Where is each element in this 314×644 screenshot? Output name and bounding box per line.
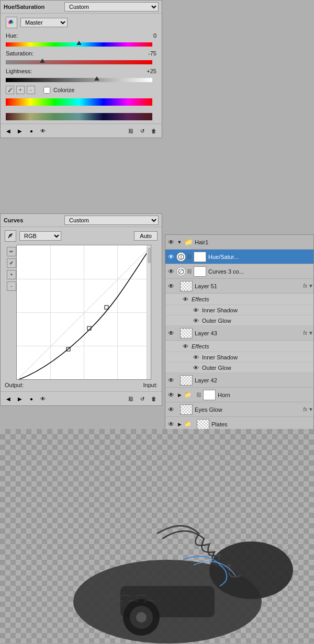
- graph-scrollbar[interactable]: [147, 245, 151, 379]
- colorize-checkbox[interactable]: [43, 87, 50, 94]
- curves-graph[interactable]: [16, 245, 151, 380]
- layer42-eye[interactable]: 👁: [166, 376, 176, 385]
- hue-satur-mask-thumb: [194, 252, 206, 262]
- curves-pencil-btn[interactable]: ✐: [7, 258, 16, 268]
- curves3-name: Curves 3 co...: [207, 268, 312, 275]
- eyes-glow-thumb: [180, 404, 193, 415]
- horn-chain: ⛓: [196, 392, 201, 398]
- hair1-expand-triangle[interactable]: ▼: [176, 239, 183, 246]
- svg-line-4: [17, 245, 151, 379]
- curves-channel-select[interactable]: RGB: [19, 231, 61, 241]
- link-button[interactable]: ⛓: [126, 126, 136, 135]
- hue-label: Hue:: [6, 32, 42, 39]
- outer-glow-eye-51[interactable]: 👁: [192, 317, 200, 325]
- hue-satur-eye[interactable]: 👁: [166, 252, 176, 262]
- inner-shadow-eye-43[interactable]: 👁: [192, 353, 200, 361]
- forward-button[interactable]: ▶: [15, 126, 25, 135]
- curves-link-button[interactable]: ⛓: [126, 394, 136, 403]
- light-value: +25: [138, 68, 156, 74]
- layer-row-43[interactable]: 👁 Layer 43 fx ▼: [165, 326, 313, 341]
- layer-row-hue-satur[interactable]: 👁 ⛓ Hue/Satur...: [165, 250, 313, 264]
- light-thumb[interactable]: [94, 76, 99, 81]
- preset-select[interactable]: Custom: [64, 2, 159, 12]
- inner-shadow-row-51: 👁 Inner Shadow: [165, 305, 313, 315]
- effects-eye-43[interactable]: 👁: [181, 342, 189, 351]
- horn-expand[interactable]: ▶: [176, 391, 183, 399]
- color-bar-top: [6, 98, 156, 106]
- curves-panel: Curves Custom RGB Auto ✏ ✐ + -: [0, 213, 162, 406]
- eyedropper-group: 🖉 + -: [6, 86, 35, 94]
- layer43-fx: fx: [303, 330, 307, 336]
- svg-point-16: [136, 612, 147, 623]
- plates-expand[interactable]: ▶: [176, 421, 183, 428]
- eyedropper-sub-btn[interactable]: -: [27, 86, 35, 94]
- curves-preset-select[interactable]: Custom: [64, 216, 159, 225]
- channel-icon: [6, 17, 17, 28]
- input-label: Input:: [126, 382, 158, 388]
- eyedropper-add-btn[interactable]: +: [16, 86, 25, 94]
- eye-button[interactable]: 👁: [38, 126, 48, 135]
- layer43-collapse-arrow[interactable]: ▼: [308, 330, 312, 336]
- eyedropper-btn[interactable]: 🖉: [6, 86, 14, 94]
- inner-shadow-eye-51[interactable]: 👁: [192, 306, 200, 314]
- curves-sub-btn[interactable]: -: [7, 281, 16, 291]
- hue-thumb[interactable]: [76, 41, 82, 45]
- layer-row-eyes-glow[interactable]: 👁 Eyes Glow fx ▼: [165, 402, 313, 417]
- panel-title: Hue/Saturation: [4, 4, 44, 10]
- curves-eye-button[interactable]: 👁: [38, 394, 48, 403]
- eyes-glow-arrow[interactable]: ▼: [308, 406, 312, 412]
- group-row-hair1[interactable]: 👁 ▼ 📁 Hair1: [165, 235, 313, 250]
- hair1-layer-name: Hair1: [194, 239, 312, 245]
- layer-row-42[interactable]: 👁 Layer 42: [165, 373, 313, 388]
- back-button[interactable]: ◀: [4, 126, 13, 135]
- svg-point-12: [209, 541, 293, 599]
- curves-refresh-button[interactable]: ↺: [138, 394, 147, 403]
- colorize-label[interactable]: Colorize: [43, 87, 74, 94]
- curves3-eye[interactable]: 👁: [166, 267, 176, 276]
- layer51-collapse-arrow[interactable]: ▼: [308, 283, 312, 289]
- curves-titlebar: Curves Custom: [1, 214, 162, 227]
- sat-thumb[interactable]: [40, 59, 45, 63]
- curve-pointer-icon: [5, 230, 16, 242]
- hue-slider-track[interactable]: [6, 42, 152, 47]
- plates-eye[interactable]: 👁: [166, 420, 176, 429]
- effects-label-43: Effects: [192, 343, 209, 349]
- channel-select[interactable]: Master: [20, 18, 68, 27]
- robot-horse-illustration: [0, 429, 314, 644]
- eyes-glow-eye[interactable]: 👁: [166, 405, 176, 414]
- light-slider-track[interactable]: [6, 77, 152, 83]
- horn-name: Horn: [217, 392, 312, 398]
- inner-shadow-label-43: Inner Shadow: [202, 354, 238, 360]
- outer-glow-label-51: Outer Glow: [202, 318, 231, 324]
- outer-glow-row-43: 👁 Outer Glow: [165, 363, 313, 373]
- hue-sat-toolbar: ◀ ▶ ● 👁 ⛓ ↺ 🗑: [1, 123, 162, 138]
- outer-glow-eye-43[interactable]: 👁: [192, 364, 200, 372]
- layer51-thumb: [180, 281, 193, 291]
- auto-button[interactable]: Auto: [134, 231, 158, 241]
- hair1-visibility-eye[interactable]: 👁: [166, 238, 176, 247]
- sat-slider-track[interactable]: [6, 60, 152, 65]
- layer51-eye[interactable]: 👁: [166, 281, 176, 291]
- effects-row-43: 👁 Effects: [165, 341, 313, 352]
- curves-trash-button[interactable]: 🗑: [149, 394, 159, 403]
- chain-icon-hue: ⛓: [187, 254, 192, 259]
- curves-title: Curves: [4, 217, 23, 223]
- curves-edit-btn[interactable]: ✏: [7, 247, 16, 256]
- layer43-eye[interactable]: 👁: [166, 329, 176, 338]
- refresh-button[interactable]: ↺: [138, 126, 147, 135]
- curves-back-button[interactable]: ◀: [4, 394, 13, 403]
- curves-forward-button[interactable]: ▶: [15, 394, 25, 403]
- curves-body: RGB Auto ✏ ✐ + -: [1, 227, 162, 391]
- folder-icon: 📁: [184, 238, 193, 246]
- layer-row-51[interactable]: 👁 Layer 51 fx ▼: [165, 279, 313, 293]
- curves-add-btn[interactable]: +: [7, 270, 16, 279]
- trash-button[interactable]: 🗑: [149, 126, 159, 135]
- curves-circle-button[interactable]: ●: [27, 394, 36, 403]
- eyes-glow-fx: fx: [303, 406, 307, 412]
- hue-row: Hue: 0: [6, 32, 156, 39]
- layer-row-curves3[interactable]: 👁 ⛓ Curves 3 co...: [165, 264, 313, 279]
- horn-eye[interactable]: 👁: [166, 390, 176, 400]
- layer-row-horn[interactable]: 👁 ▶ 📁 ⛓ Horn: [165, 388, 313, 402]
- effects-eye-51[interactable]: 👁: [181, 295, 189, 303]
- circle-button[interactable]: ●: [27, 126, 36, 135]
